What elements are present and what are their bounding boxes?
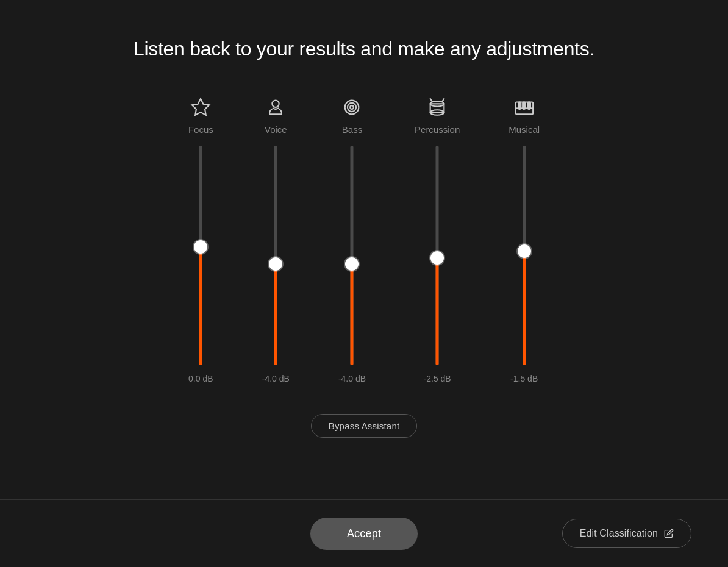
svg-point-3 [348, 102, 356, 111]
voice-track-fill [274, 264, 277, 365]
bypass-assistant-button[interactable]: Bypass Assistant [311, 414, 418, 438]
focus-thumb[interactable] [194, 240, 207, 254]
slider-focus: Focus 0.0 dB [188, 97, 213, 383]
svg-point-4 [351, 105, 354, 109]
percussion-thumb[interactable] [430, 251, 444, 265]
voice-thumb[interactable] [269, 257, 282, 271]
percussion-track-fill [436, 258, 439, 365]
musical-thumb[interactable] [518, 244, 531, 258]
svg-line-9 [443, 98, 444, 101]
bass-icon [341, 97, 362, 121]
bass-slider-track[interactable] [349, 146, 355, 365]
edit-classification-button[interactable]: Edit Classification [562, 519, 691, 548]
star-icon [190, 97, 211, 121]
musical-value: -1.5 dB [510, 374, 538, 383]
voice-label: Voice [265, 124, 287, 135]
accept-button[interactable]: Accept [310, 518, 418, 550]
focus-value: 0.0 dB [188, 374, 213, 383]
svg-rect-12 [518, 102, 521, 109]
slider-bass: Bass -4.0 dB [338, 97, 366, 383]
footer: Accept Edit Classification [0, 500, 728, 567]
voice-value: -4.0 dB [262, 374, 290, 383]
svg-line-8 [430, 98, 432, 101]
musical-track-fill [523, 251, 526, 365]
pencil-icon [664, 529, 674, 538]
bass-track-fill [351, 264, 354, 365]
sliders-container: Focus 0.0 dB Voice [188, 97, 540, 383]
bass-value: -4.0 dB [338, 374, 366, 383]
svg-rect-13 [523, 102, 525, 109]
focus-slider-track[interactable] [198, 146, 204, 365]
percussion-label: Percussion [415, 124, 460, 135]
main-content: Listen back to your results and make any… [0, 0, 728, 499]
bass-label: Bass [342, 124, 362, 135]
slider-musical: Musical -1.5 dB [509, 97, 540, 383]
voice-icon [265, 97, 286, 121]
slider-percussion: Percussion -2.5 dB [415, 97, 460, 383]
edit-classification-label: Edit Classification [580, 528, 658, 539]
page-headline: Listen back to your results and make any… [134, 38, 594, 60]
piano-icon [514, 97, 535, 121]
slider-voice: Voice -4.0 dB [262, 97, 290, 383]
svg-marker-0 [192, 98, 209, 115]
focus-label: Focus [188, 124, 213, 135]
voice-slider-track[interactable] [273, 146, 279, 365]
focus-track-fill [199, 247, 202, 365]
percussion-value: -2.5 dB [424, 374, 451, 383]
percussion-slider-track[interactable] [434, 146, 440, 365]
drum-icon [427, 97, 448, 121]
svg-point-1 [273, 100, 279, 107]
bass-thumb[interactable] [345, 257, 359, 271]
musical-slider-track[interactable] [521, 146, 527, 365]
svg-rect-14 [527, 102, 530, 109]
musical-label: Musical [509, 124, 540, 135]
